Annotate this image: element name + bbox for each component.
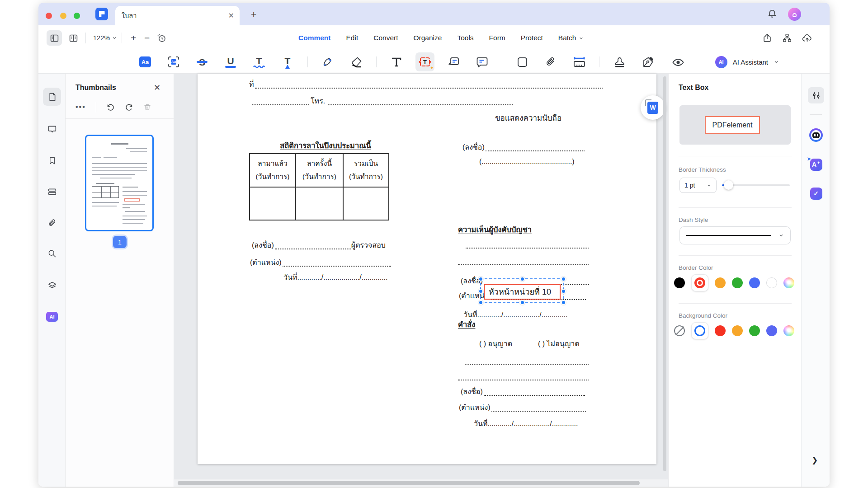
menu-protect[interactable]: Protect (521, 34, 543, 42)
zoom-in-button[interactable]: + (127, 33, 140, 43)
resize-handle-s[interactable] (520, 300, 525, 305)
resize-handle-e[interactable] (561, 289, 566, 294)
flowchart-share-button[interactable] (782, 33, 792, 43)
page-thumbnail[interactable] (85, 135, 154, 231)
chatbot-button[interactable] (808, 127, 824, 143)
thumbnails-more-button[interactable]: ••• (75, 103, 86, 111)
menu-comment[interactable]: Comment (298, 34, 330, 42)
export-to-word-button[interactable]: W (641, 95, 665, 120)
sidebar-bookmarks-button[interactable] (43, 151, 61, 169)
thumbnails-close-icon[interactable]: ✕ (154, 83, 160, 93)
menu-tools[interactable]: Tools (457, 34, 473, 42)
border-color-green[interactable] (732, 277, 743, 288)
attachment-tool[interactable] (541, 52, 560, 71)
sticky-note-tool[interactable] (472, 52, 491, 71)
background-color-custom[interactable] (783, 325, 794, 336)
background-color-none[interactable] (674, 325, 685, 336)
strikethrough-tool[interactable]: S (193, 52, 212, 71)
measure-tool[interactable] (570, 52, 589, 71)
translate-button[interactable]: ➤A✦ (808, 156, 824, 173)
callout-tool[interactable] (444, 52, 463, 71)
background-color-orange[interactable] (732, 325, 743, 336)
sidebar-layers-button[interactable] (43, 276, 61, 294)
doc-dotted-line (458, 256, 589, 267)
user-avatar[interactable] (788, 8, 801, 21)
left-sidebar-rail: AI (38, 74, 66, 487)
squiggly-underline-tool[interactable]: T (250, 52, 269, 71)
resize-handle-ne[interactable] (561, 277, 566, 282)
border-color-blue[interactable] (749, 277, 760, 288)
cloud-upload-button[interactable] (802, 33, 812, 43)
zoom-out-button[interactable]: − (140, 33, 154, 43)
background-color-indigo[interactable] (766, 325, 777, 336)
insert-text-tool[interactable] (387, 52, 406, 71)
menu-convert[interactable]: Convert (373, 34, 398, 42)
border-thickness-slider[interactable] (722, 184, 790, 186)
reading-view-button[interactable] (66, 30, 81, 46)
vertical-scrollbar[interactable] (663, 76, 666, 471)
sidebar-pages-button[interactable] (43, 183, 61, 201)
notification-bell-icon[interactable] (767, 9, 777, 19)
border-color-red-selected[interactable] (694, 277, 705, 288)
pencil-tool[interactable] (318, 52, 337, 71)
dash-style-select[interactable] (679, 226, 791, 244)
menu-form[interactable]: Form (489, 34, 505, 42)
collapse-panel-chevron[interactable]: ❯ (811, 455, 818, 465)
doc-opinion-title: ความเห็นผู้บังคับบัญชา (458, 224, 532, 235)
stamp-tool[interactable] (610, 52, 629, 71)
traffic-light-close[interactable] (46, 13, 52, 19)
properties-panel-button[interactable] (808, 87, 824, 103)
todo-check-button[interactable]: ✓ (808, 185, 824, 202)
marquee-zoom-button[interactable] (154, 30, 169, 46)
resize-handle-n[interactable] (520, 277, 525, 282)
document-tab[interactable]: ใบลา ✕ (115, 6, 240, 25)
traffic-light-minimize[interactable] (60, 13, 66, 19)
menu-batch[interactable]: Batch (558, 34, 584, 42)
slider-knob[interactable] (724, 180, 733, 190)
new-tab-button[interactable]: + (251, 9, 256, 20)
menu-organize[interactable]: Organize (413, 34, 442, 42)
zoom-level-value[interactable]: 122% (93, 34, 110, 42)
horizontal-scrollbar-track[interactable] (174, 479, 668, 487)
pdf-page[interactable]: ที่ โทร. ขอแสดงความนับถือ สถิติการลาในปี… (198, 74, 656, 464)
rotate-right-button[interactable] (125, 103, 133, 112)
highlight-tool[interactable]: Aa (136, 52, 155, 71)
resize-handle-se[interactable] (561, 300, 566, 305)
ai-assistant-button[interactable]: AI AI Assistant (715, 51, 779, 73)
border-color-orange[interactable] (715, 277, 726, 288)
area-highlight-tool[interactable]: Aa (164, 52, 183, 71)
text-box-tool[interactable]: T ✦ (415, 52, 434, 71)
border-thickness-select[interactable]: 1 pt (679, 178, 717, 193)
signature-tool[interactable] (638, 52, 657, 71)
traffic-light-zoom[interactable] (74, 13, 80, 19)
sidebar-attachments-button[interactable] (43, 214, 61, 232)
hide-annotations-button[interactable] (670, 55, 686, 70)
sidebar-comments-button[interactable] (43, 120, 61, 138)
textbox-selection-outline[interactable] (480, 278, 564, 303)
border-color-white[interactable] (766, 277, 777, 288)
toggle-sidebar-button[interactable] (47, 30, 62, 46)
share-button[interactable] (762, 33, 772, 43)
background-color-white-selected[interactable] (694, 325, 705, 336)
background-color-red[interactable] (715, 325, 726, 336)
resize-handle-w[interactable] (478, 289, 483, 294)
resize-handle-nw[interactable] (478, 277, 483, 282)
border-color-custom[interactable] (783, 277, 794, 288)
underline-tool[interactable]: U (221, 52, 240, 71)
horizontal-scrollbar-thumb[interactable] (178, 481, 640, 485)
background-color-green[interactable] (749, 325, 760, 336)
sidebar-ai-button[interactable]: AI (43, 308, 61, 326)
rotate-left-button[interactable] (106, 103, 115, 112)
insert-caret-tool[interactable]: T (278, 52, 297, 71)
menu-edit[interactable]: Edit (346, 34, 358, 42)
zoom-dropdown-chevron-icon[interactable] (112, 35, 117, 41)
document-canvas[interactable]: ที่ โทร. ขอแสดงความนับถือ สถิติการลาในปี… (174, 74, 668, 487)
tab-close-icon[interactable]: ✕ (228, 11, 234, 20)
border-color-black[interactable] (674, 277, 685, 288)
delete-page-button[interactable] (143, 103, 151, 111)
sidebar-search-button[interactable] (43, 244, 61, 263)
resize-handle-sw[interactable] (478, 300, 483, 305)
sidebar-thumbnails-button[interactable] (43, 88, 61, 106)
shape-rectangle-tool[interactable] (513, 52, 532, 71)
eraser-tool[interactable] (347, 52, 366, 71)
